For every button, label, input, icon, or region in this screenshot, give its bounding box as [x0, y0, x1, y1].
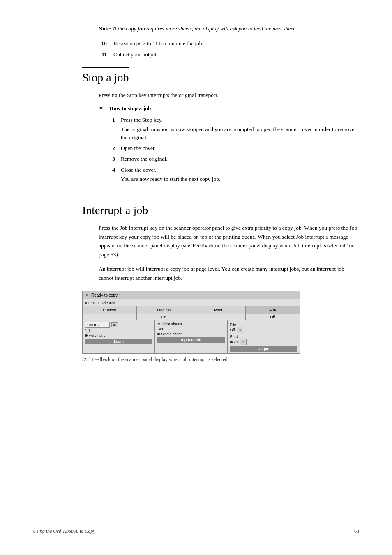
step-text: Close the cover.	[121, 167, 157, 173]
footer-left: Using the Océ TDS800 to Copy	[33, 528, 95, 534]
triangle-icon: ▼	[99, 106, 104, 112]
list-item: 1 Press the Stop key. The original trans…	[108, 116, 359, 142]
output-file: File	[230, 322, 297, 327]
input-mode-label: Input mode	[157, 337, 224, 343]
step-body: Remove the original.	[121, 155, 359, 163]
panel-body: 100.0 % ⊕ 1:1 Automatic Zoom Multi	[83, 320, 300, 354]
interrupt-para2: An interrupt job will interrupt a copy j…	[99, 265, 359, 282]
set-label: Set	[157, 327, 224, 331]
scanner-panel-container: ✳ Ready to copy Interrupt selected Custo…	[82, 291, 359, 363]
step-desc: The original transport is now stopped an…	[121, 125, 359, 142]
scanner-panel: ✳ Ready to copy Interrupt selected Custo…	[82, 291, 300, 354]
output-section-label: Output	[230, 346, 297, 352]
page: Note: If the copy job requires more shee…	[0, 0, 392, 555]
list-item: 11 Collect your output.	[99, 51, 359, 59]
empty-area	[191, 314, 246, 320]
how-to-block: ▼ How to stop a job 1 Press the Stop key…	[99, 105, 359, 183]
stop-steps-list: 1 Press the Stop key. The original trans…	[108, 116, 359, 183]
tab-original[interactable]: Original	[137, 306, 191, 314]
interrupt-para1: Press the Job interrupt key on the scann…	[99, 223, 359, 259]
stop-job-section: Stop a job Pressing the Stop key interru…	[82, 67, 359, 183]
output-section: File Off ⊕ Print On ⊕	[228, 320, 300, 353]
interrupt-job-title-wrapper: Interrupt a job	[82, 200, 359, 223]
panel-header-icon: ✳	[85, 292, 89, 298]
step-num: 10	[99, 39, 107, 48]
tab-original-label: Original	[138, 308, 190, 312]
tab-print-label: Print	[192, 308, 244, 312]
interrupt-job-section: Interrupt a job Press the Job interrupt …	[82, 200, 359, 363]
page-footer: Using the Océ TDS800 to Copy 63	[0, 525, 392, 534]
top-steps-list: 10 Repeat steps 7 to 11 to complete the …	[99, 39, 359, 59]
how-to-title: ▼ How to stop a job	[99, 105, 359, 112]
step-num: 11	[99, 51, 107, 59]
interrupt-job-title: Interrupt a job	[82, 200, 148, 217]
output-on-btn[interactable]: ⊕	[240, 339, 247, 345]
output-on-row: On ⊕	[230, 339, 297, 345]
output-off-btn[interactable]: ⊕	[237, 327, 243, 333]
tab-print[interactable]: Print	[191, 306, 246, 314]
radio-dot	[230, 341, 233, 343]
panel-status-text: Interrupt selected	[85, 300, 115, 305]
output-off-label: Off	[230, 327, 235, 333]
radio-dot	[85, 334, 88, 337]
zoom-auto-row: Automatic	[85, 334, 152, 338]
step-num: 2	[108, 144, 115, 152]
tab-file-label: File	[247, 308, 299, 312]
panel-header: ✳ Ready to copy	[83, 291, 300, 299]
output-off-row: Off ⊕	[230, 327, 297, 333]
step-text: Repeat steps 7 to 11 to complete the job…	[113, 39, 203, 48]
on-off-row: On Off	[83, 314, 300, 320]
step-body: Open the cover.	[121, 144, 359, 152]
step-text: Press the Stop key.	[121, 117, 163, 123]
step-text: Collect your output.	[113, 51, 158, 59]
single-sheet-label: Single sheet	[161, 332, 182, 336]
list-item: 2 Open the cover.	[108, 144, 359, 152]
step-text: Remove the original.	[121, 156, 168, 162]
section-title: Stop a job	[82, 67, 129, 84]
tab-file[interactable]: File	[246, 306, 300, 314]
output-on-label: On	[234, 339, 239, 345]
step-text: Open the cover.	[121, 145, 156, 151]
zoom-ratio: 1:1	[85, 329, 152, 333]
on-label: On	[137, 314, 191, 320]
zoom-field-row: 100.0 % ⊕	[85, 322, 152, 328]
output-list: File Off ⊕ Print On ⊕	[230, 322, 297, 345]
tab-custom-label: Custom	[83, 308, 136, 312]
panel-status-row: Interrupt selected	[83, 299, 300, 306]
step-num: 3	[108, 155, 115, 163]
note-text: Note: If the copy job requires more shee…	[99, 25, 359, 33]
panel-header-text: Ready to copy	[91, 293, 118, 297]
note-label: Note:	[99, 25, 111, 32]
zoom-section: 100.0 % ⊕ 1:1 Automatic Zoom	[83, 320, 155, 353]
multiple-sheets-row: Multiple sheets	[157, 322, 224, 326]
panel-tabs: Custom Original Print File	[83, 306, 300, 314]
tab-custom[interactable]: Custom	[83, 306, 137, 314]
list-item: 3 Remove the original.	[108, 155, 359, 163]
stop-job-intro: Pressing the Stop key interrupts the ori…	[99, 91, 359, 100]
step-num: 4	[108, 166, 115, 184]
single-sheet-row: Single sheet	[157, 332, 224, 336]
list-item: 10 Repeat steps 7 to 11 to complete the …	[99, 39, 359, 48]
note-body: If the copy job requires more sheets, th…	[113, 25, 296, 32]
zoom-section-label: Zoom	[85, 339, 152, 344]
step-desc: You are now ready to start the next copy…	[121, 175, 359, 183]
list-item: 4 Close the cover. You are now ready to …	[108, 166, 359, 184]
zoom-input[interactable]: 100.0 %	[85, 322, 110, 328]
zoom-auto-label: Automatic	[89, 334, 105, 338]
input-mode-section: Multiple sheets Set Single sheet Input m…	[155, 320, 227, 353]
off-label: Off	[246, 314, 300, 320]
output-print: Print	[230, 334, 297, 339]
zoom-btn[interactable]: ⊕	[111, 322, 118, 327]
note-block: Note: If the copy job requires more shee…	[99, 25, 359, 33]
panel-caption: [22] Feedback on the scanner panel displ…	[82, 357, 359, 363]
step-body: Close the cover. You are now ready to st…	[121, 166, 359, 184]
multiple-sheets-label: Multiple sheets	[157, 322, 182, 326]
custom-area	[83, 314, 137, 320]
how-to-label: How to stop a job	[109, 105, 151, 112]
step-num: 1	[108, 116, 115, 142]
step-body: Press the Stop key. The original transpo…	[121, 116, 359, 142]
footer-page: 63	[354, 528, 359, 534]
radio-dot	[157, 333, 160, 335]
stop-job-title: Stop a job	[82, 67, 359, 91]
